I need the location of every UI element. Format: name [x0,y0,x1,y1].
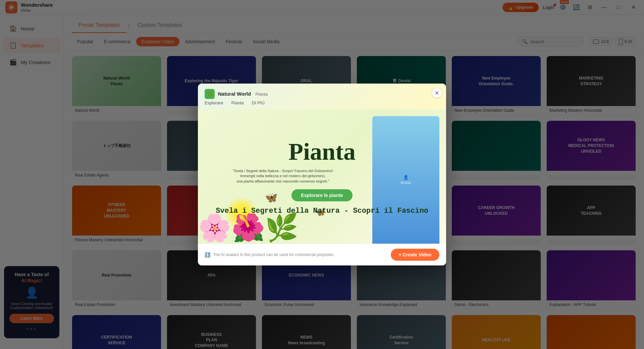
flower-decoration: 🌸🌺🌿 [198,212,299,244]
info-icon: ℹ️ [205,252,210,257]
modal-brand-subtitle: Pianta [255,92,268,97]
modal-preview-content: Pianta "Svela i Segreti della Natura - S… [216,138,428,215]
modal-overlay[interactable]: 🌿 Natural World Pianta Esplorare Pianta … [0,0,644,349]
modal-nav-item-dipu[interactable]: DI PIÙ [252,100,265,105]
modal-header: 🌿 Natural World Pianta Esplorare Pianta … [198,84,446,109]
modal-nav: Esplorare Pianta DI PIÙ [205,100,439,105]
modal-footer-text: The AI avatars in this product can be us… [213,252,334,257]
modal-brand: 🌿 Natural World Pianta [205,89,439,99]
modal-brand-icon: 🌿 [205,89,215,99]
modal-big-text: Pianta [216,138,428,166]
modal-brand-title: Natural World [218,91,251,97]
modal-nav-item-esplorare[interactable]: Esplorare [205,100,223,105]
modal-close-button[interactable]: ✕ [432,88,441,98]
modal-footer: ℹ️ The AI avatars in this product can be… [198,244,446,265]
preview-modal: 🌿 Natural World Pianta Esplorare Pianta … [198,84,446,265]
modal-preview: 🌸🌺🌿 🦋 🦋 Pianta "Svela i Segreti della Na… [198,109,446,244]
modal-subtitle-text: Svela i Segreti della Natura - Scopri il… [216,207,428,215]
modal-nav-item-pianta[interactable]: Pianta [231,100,244,105]
modal-explore-button[interactable]: Esplorare le piante [291,189,352,201]
create-video-button[interactable]: + Create Video [391,249,439,261]
modal-tagline: "Svela i Segreti della Natura - Scopri! … [216,168,350,184]
modal-footer-info: ℹ️ The AI avatars in this product can be… [205,252,334,257]
